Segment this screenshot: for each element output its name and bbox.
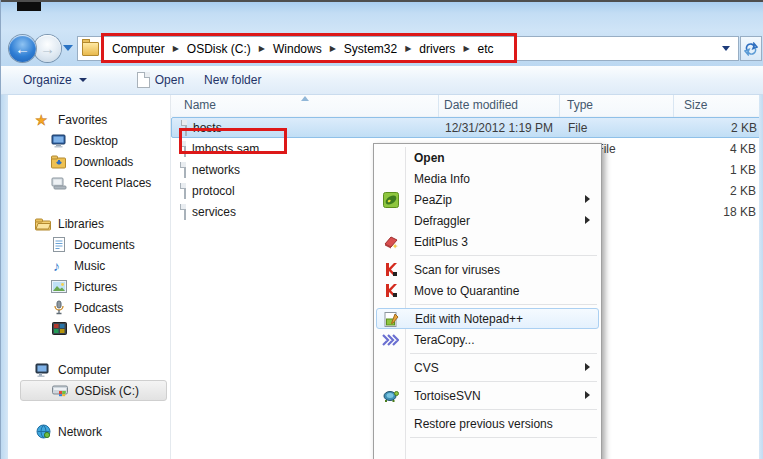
menu-separator <box>410 304 597 305</box>
sidebar-item-label: Videos <box>74 322 110 336</box>
column-separator[interactable] <box>438 95 439 117</box>
menu-separator <box>410 381 597 382</box>
sidebar-item-network[interactable]: Network <box>8 421 171 442</box>
breadcrumb-segment[interactable]: System32 <box>337 42 404 56</box>
breadcrumb-segment[interactable]: Computer <box>105 42 172 56</box>
sidebar-item-libraries[interactable]: Libraries <box>8 213 171 234</box>
menu-item-media-info[interactable]: Media Info <box>376 168 599 189</box>
sidebar-item-label: Recent Places <box>74 176 151 190</box>
column-separator[interactable] <box>673 95 674 117</box>
sidebar-item-label: Documents <box>74 238 135 252</box>
menu-item-edit-with-notepad[interactable]: Edit with Notepad++ <box>376 308 599 329</box>
command-toolbar: Organize Open New folder <box>1 66 763 95</box>
file-size-cell: 4 KB <box>611 142 756 156</box>
folder-icon <box>82 42 99 56</box>
file-name-cell: lmhosts.sam <box>184 142 259 156</box>
sidebar-item-label: OSDisk (C:) <box>75 384 139 398</box>
open-button[interactable]: Open <box>127 66 194 94</box>
sidebar-group: ★FavoritesDesktopDownloadsRecent Places <box>8 109 171 193</box>
menu-item-tortoisesvn[interactable]: TortoiseSVN <box>376 385 599 406</box>
breadcrumb-segment[interactable]: OSDisk (C:) <box>180 42 258 56</box>
sidebar-item-documents[interactable]: Documents <box>8 234 171 255</box>
svg-text:♪: ♪ <box>53 258 60 273</box>
column-header-date-modified[interactable]: Date modified <box>444 98 518 112</box>
desktop-icon <box>50 134 68 148</box>
sidebar-item-favorites[interactable]: ★Favorites <box>8 109 171 130</box>
forward-arrow-icon: → <box>40 41 55 56</box>
sidebar-item-pictures[interactable]: Pictures <box>8 276 171 297</box>
refresh-icon <box>744 42 758 56</box>
breadcrumb-separator-icon: ▶ <box>462 44 470 53</box>
menu-item-label: Restore previous versions <box>414 417 553 431</box>
column-separator[interactable] <box>559 95 560 117</box>
kaspersky-icon <box>382 261 399 278</box>
sidebar-item-osdisk-c[interactable]: OSDisk (C:) <box>20 380 167 401</box>
open-label: Open <box>155 73 184 87</box>
file-name-cell: services <box>184 205 236 219</box>
menu-item-label: Media Info <box>414 172 470 186</box>
svg-text:✦: ✦ <box>392 242 399 249</box>
pictures-icon <box>50 280 68 293</box>
sidebar-item-podcasts[interactable]: Podcasts <box>8 297 171 318</box>
svg-text:★: ★ <box>35 112 48 128</box>
recent-icon <box>50 176 68 190</box>
sidebar-item-desktop[interactable]: Desktop <box>8 130 171 151</box>
column-header-type[interactable]: Type <box>567 98 593 112</box>
sidebar-item-music[interactable]: ♪Music <box>8 255 171 276</box>
file-name-cell: protocol <box>184 184 235 198</box>
breadcrumb-separator-icon: ▶ <box>258 44 266 53</box>
back-button[interactable]: ← <box>9 35 36 62</box>
file-icon <box>184 205 186 219</box>
breadcrumb-segment[interactable]: drivers <box>412 42 462 56</box>
menu-item-peazip[interactable]: PeaZip <box>376 189 599 210</box>
forward-button[interactable]: → <box>34 35 61 62</box>
back-arrow-icon: ← <box>15 41 30 56</box>
videos-icon <box>50 322 68 335</box>
menu-item-cvs[interactable]: CVS <box>376 357 599 378</box>
file-icon <box>184 163 186 177</box>
refresh-button[interactable] <box>740 36 762 61</box>
new-folder-button[interactable]: New folder <box>194 66 271 94</box>
menu-item-editplus-3[interactable]: ✦EditPlus 3 <box>376 231 599 252</box>
breadcrumb-segment[interactable]: Windows <box>266 42 329 56</box>
menu-item-scan-for-viruses[interactable]: Scan for viruses <box>376 259 599 280</box>
menu-item-teracopy[interactable]: TeraCopy... <box>376 329 599 350</box>
file-row-hosts[interactable]: hosts12/31/2012 1:19 PMFile2 KB <box>171 117 761 138</box>
sidebar-item-videos[interactable]: Videos <box>8 318 171 339</box>
sidebar-item-recent-places[interactable]: Recent Places <box>8 172 171 193</box>
submenu-arrow-icon <box>585 391 590 399</box>
file-name-cell: hosts <box>185 121 222 135</box>
sidebar-group: ComputerOSDisk (C:) <box>8 359 171 401</box>
sidebar-item-downloads[interactable]: Downloads <box>8 151 171 172</box>
menu-item-label: Open <box>414 151 445 165</box>
menu-item-open[interactable]: Open <box>376 147 599 168</box>
file-name: networks <box>192 163 240 177</box>
kaspersky-icon <box>382 282 399 299</box>
menu-item-defraggler[interactable]: Defraggler <box>376 210 599 231</box>
menu-item-label: TeraCopy... <box>414 333 474 347</box>
tortoise-icon <box>382 387 399 404</box>
file-name: services <box>192 205 236 219</box>
column-header-size[interactable]: Size <box>684 98 707 112</box>
star-icon: ★ <box>34 112 52 128</box>
menu-item-restore-previous-versions[interactable]: Restore previous versions <box>376 413 599 434</box>
breadcrumb-segment[interactable]: etc <box>471 42 501 56</box>
menu-item-label: Scan for viruses <box>414 263 500 277</box>
address-bar[interactable]: Computer▶OSDisk (C:)▶Windows▶System32▶dr… <box>77 36 739 61</box>
menu-item-move-to-quarantine[interactable]: Move to Quarantine <box>376 280 599 301</box>
column-header-name[interactable]: Name <box>184 98 216 112</box>
menu-item-label: Edit with Notepad++ <box>415 312 523 326</box>
recent-pages-dropdown-icon[interactable] <box>63 45 73 51</box>
organize-label: Organize <box>23 73 72 87</box>
window-right-border <box>759 95 763 459</box>
sort-ascending-icon <box>301 96 309 101</box>
menu-separator <box>410 353 597 354</box>
address-dropdown-icon[interactable] <box>722 46 730 51</box>
column-header-row: Name Date modified Type Size <box>171 95 763 117</box>
computer-icon <box>34 363 52 377</box>
file-name: hosts <box>193 121 222 135</box>
organize-button[interactable]: Organize <box>13 66 97 94</box>
sidebar-item-computer[interactable]: Computer <box>8 359 171 380</box>
menu-item-label: CVS <box>414 361 439 375</box>
navigation-pane: ★FavoritesDesktopDownloadsRecent PlacesL… <box>8 95 171 459</box>
